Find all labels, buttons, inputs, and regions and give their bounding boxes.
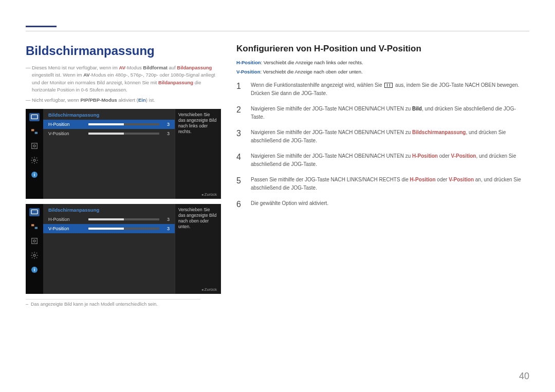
osd-sidebar: i — [26, 109, 43, 199]
osd-sidebar: i — [26, 204, 43, 294]
svg-rect-9 — [31, 225, 34, 227]
osd-row-value: 3 — [163, 217, 170, 222]
svg-rect-2 — [35, 132, 38, 134]
osd-nav-pip-icon[interactable] — [29, 222, 40, 231]
right-column: Konfigurieren von H-Position und V-Posit… — [236, 44, 529, 371]
section-title: Bildschirmanpassung — [26, 44, 221, 58]
page-number: 40 — [519, 371, 529, 382]
svg-rect-10 — [35, 227, 38, 229]
step-item: 1Wenn die Funktionstastenhilfe angezeigt… — [236, 81, 529, 98]
osd-main: Bildschirmanpassung H-Position 3 V-Posit… — [43, 109, 175, 199]
osd-row-label: H-Position — [48, 217, 88, 222]
osd-row-label: V-Position — [48, 131, 88, 136]
step-text: Navigieren Sie mithilfe der JOG-Taste NA… — [251, 105, 529, 121]
osd-slider[interactable] — [88, 228, 159, 230]
svg-rect-11 — [32, 238, 38, 244]
note-text: Nicht verfügbar, wenn PIP/PBP-Modus akti… — [26, 97, 221, 104]
step-item: 6Die gewählte Option wird aktiviert. — [236, 199, 529, 209]
subsection-title: Konfigurieren von H-Position und V-Posit… — [236, 44, 529, 54]
step-number: 3 — [236, 128, 244, 138]
step-item: 2Navigieren Sie mithilfe der JOG-Taste N… — [236, 105, 529, 121]
steps-list: 1Wenn die Funktionstastenhilfe angezeigt… — [236, 81, 529, 209]
svg-rect-1 — [31, 129, 34, 132]
osd-nav-display-icon[interactable] — [29, 237, 40, 245]
osd-row-h-position[interactable]: H-Position 3 — [43, 215, 175, 224]
osd-slider[interactable] — [88, 123, 159, 125]
step-text: Navigieren Sie mithilfe der JOG-Taste NA… — [251, 152, 529, 169]
step-text: Navigieren Sie mithilfe der JOG-Taste NA… — [251, 128, 529, 145]
left-column: Bildschirmanpassung Dieses Menü ist nur … — [26, 44, 221, 371]
osd-row-value: 3 — [163, 226, 170, 231]
osd-back-hint: Zurück — [201, 287, 217, 292]
step-item: 4Navigieren Sie mithilfe der JOG-Taste N… — [236, 152, 529, 169]
svg-rect-8 — [31, 210, 38, 214]
osd-title: Bildschirmanpassung — [43, 204, 175, 215]
step-item: 3Navigieren Sie mithilfe der JOG-Taste N… — [236, 128, 529, 145]
footnote: Das angezeigte Bild kann je nach Modell … — [26, 299, 200, 307]
svg-point-13 — [33, 254, 35, 256]
step-number: 6 — [236, 199, 244, 209]
osd-row-label: H-Position — [48, 122, 88, 127]
step-number: 2 — [236, 105, 244, 115]
osd-row-label: V-Position — [48, 226, 88, 231]
step-text: Die gewählte Option wird aktiviert. — [251, 199, 529, 208]
step-number: 1 — [236, 81, 244, 91]
header-divider — [26, 31, 529, 31]
osd-nav-info-icon[interactable]: i — [29, 266, 40, 274]
note-text: Dieses Menü ist nur verfügbar, wenn im A… — [26, 64, 221, 94]
osd-main: Bildschirmanpassung H-Position 3 V-Posit… — [43, 204, 175, 294]
svg-text:i: i — [34, 173, 35, 178]
osd-screenshot: i Bildschirmanpassung H-Position 3 V-Pos… — [26, 109, 221, 199]
osd-title: Bildschirmanpassung — [43, 109, 175, 120]
osd-help-text: Verschieben Sie das angezeigte Bild nach… — [175, 204, 221, 294]
osd-back-hint: Zurück — [201, 192, 217, 197]
step-number: 5 — [236, 176, 244, 185]
osd-row-v-position[interactable]: V-Position 3 — [43, 129, 175, 138]
osd-nav-info-icon[interactable]: i — [29, 171, 40, 179]
osd-nav-picture-icon[interactable] — [29, 208, 40, 216]
osd-row-v-position[interactable]: V-Position 3 — [43, 224, 175, 233]
osd-help-text: Verschieben Sie das angezeigte Bild nach… — [175, 109, 221, 199]
svg-rect-3 — [32, 143, 38, 149]
svg-point-5 — [33, 159, 35, 161]
osd-nav-settings-icon[interactable] — [29, 156, 40, 164]
svg-rect-0 — [31, 115, 38, 119]
svg-point-12 — [33, 240, 35, 242]
definition-text: H-Position: Verschiebt die Anzeige nach … — [236, 59, 529, 66]
osd-nav-picture-icon[interactable] — [29, 113, 40, 121]
svg-text:i: i — [34, 268, 35, 273]
osd-nav-settings-icon[interactable] — [29, 251, 40, 259]
step-text: Passen Sie mithilfe der JOG-Taste NACH L… — [251, 176, 529, 192]
definition-text: V-Position: Verschiebt die Anzeige nach … — [236, 68, 529, 76]
osd-nav-display-icon[interactable] — [29, 142, 40, 150]
osd-nav-pip-icon[interactable] — [29, 127, 40, 136]
osd-row-value: 3 — [163, 131, 170, 136]
page-content: Bildschirmanpassung Dieses Menü ist nur … — [26, 44, 529, 371]
header-accent — [26, 26, 57, 27]
osd-screenshot: i Bildschirmanpassung H-Position 3 V-Pos… — [26, 204, 221, 294]
step-item: 5Passen Sie mithilfe der JOG-Taste NACH … — [236, 176, 529, 192]
svg-point-4 — [33, 145, 35, 147]
osd-slider[interactable] — [88, 218, 159, 220]
osd-row-h-position[interactable]: H-Position 3 — [43, 120, 175, 129]
osd-slider[interactable] — [88, 133, 159, 135]
step-number: 4 — [236, 152, 244, 162]
osd-row-value: 3 — [163, 122, 170, 127]
step-text: Wenn die Funktionstastenhilfe angezeigt … — [251, 81, 529, 98]
